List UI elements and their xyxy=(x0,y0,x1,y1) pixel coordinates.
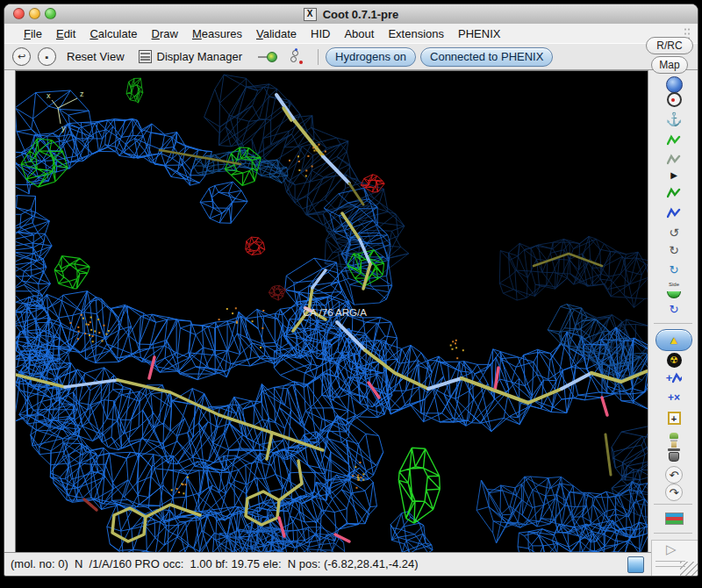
redo-icon[interactable]: ↷ xyxy=(648,484,698,501)
menu-extensions[interactable]: Extensions xyxy=(381,25,451,42)
back-icon[interactable]: ↩ xyxy=(12,47,31,66)
modelling-toolbar: ⚓▶↺↻↻Side↻▲☢++×+↶↷ xyxy=(648,70,698,552)
menu-bar: FileEditCalculateDrawMeasuresValidateHID… xyxy=(4,24,698,43)
menu-edit[interactable]: Edit xyxy=(49,25,82,42)
play-small-icon[interactable]: ▶ xyxy=(648,171,698,180)
add-atom-icon[interactable]: + xyxy=(648,412,698,425)
reset-view-button[interactable]: Reset View xyxy=(67,50,125,63)
svg-text:z: z xyxy=(80,90,84,98)
target-icon[interactable]: ▪ xyxy=(38,47,56,66)
side-chain-flip-icon[interactable]: Side xyxy=(648,283,698,298)
flag-icon[interactable] xyxy=(648,513,698,525)
undo-icon[interactable]: ↶ xyxy=(648,466,698,484)
jed-flip-icon[interactable]: ↻ xyxy=(648,304,698,315)
phenix-connection-button[interactable]: Connected to PHENIX xyxy=(420,47,553,67)
svg-text:y: y xyxy=(61,124,66,133)
toolbar-separator xyxy=(318,49,319,65)
auto-fit-rotamer-icon[interactable] xyxy=(648,187,698,199)
main-toolbar: ↩ ▪ Reset View Display Manager Hydrogens… xyxy=(4,43,698,70)
rotamers-icon[interactable]: ↺ xyxy=(648,226,698,239)
menu-draw[interactable]: Draw xyxy=(145,25,185,42)
gl-canvas[interactable]: xzyCA /76 ARG/A xyxy=(15,70,648,553)
play-button[interactable]: ▷ xyxy=(666,541,677,557)
x11-icon: X xyxy=(304,8,317,21)
brush-icon[interactable] xyxy=(648,433,698,448)
anchor-icon[interactable]: ⚓ xyxy=(648,112,698,125)
menu-file[interactable]: File xyxy=(17,25,49,42)
menu-phenix[interactable]: PHENIX xyxy=(451,25,507,42)
chi-angles-icon[interactable]: ↻ xyxy=(648,244,698,256)
svg-text:x: x xyxy=(47,91,51,100)
status-bar: (mol. no: 0) N /1/A/160 PRO occ: 1.00 bf… xyxy=(4,552,698,577)
rrc-button[interactable]: R/RC xyxy=(646,37,693,54)
menu-validate[interactable]: Validate xyxy=(249,25,304,42)
menu-calculate[interactable]: Calculate xyxy=(82,25,144,42)
status-text: (mol. no: 0) N /1/A/160 PRO occ: 1.00 bf… xyxy=(11,557,419,570)
regularize-zone-icon[interactable] xyxy=(648,154,698,166)
torsion-general-icon[interactable]: ↻ xyxy=(648,264,698,276)
coot-window: X Coot 0.7.1-pre FileEditCalculateDrawMe… xyxy=(4,4,698,577)
sphere-icon[interactable] xyxy=(648,76,698,93)
title-bar[interactable]: X Coot 0.7.1-pre xyxy=(4,4,698,25)
svg-text:CA /76 ARG/A: CA /76 ARG/A xyxy=(303,307,367,318)
menu-measures[interactable]: Measures xyxy=(185,25,249,42)
display-manager-button[interactable]: Display Manager xyxy=(157,50,243,63)
key-icon[interactable] xyxy=(258,52,277,62)
strip-separator xyxy=(654,533,692,534)
corner-box: ▷ xyxy=(651,540,698,577)
display-manager-icon[interactable] xyxy=(139,50,152,63)
menu-hid[interactable]: HID xyxy=(304,25,337,42)
molecule-icon[interactable] xyxy=(290,49,304,65)
add-alt-conf-icon[interactable]: +× xyxy=(648,391,698,404)
window-title: Coot 0.7.1-pre xyxy=(323,8,399,21)
strip-separator xyxy=(654,504,692,505)
rigid-body-fit-icon[interactable] xyxy=(648,207,698,219)
menu-about[interactable]: About xyxy=(337,25,381,42)
refine-zone-icon[interactable] xyxy=(648,134,698,147)
add-terminal-residue-icon[interactable]: + xyxy=(648,371,698,384)
resize-grip[interactable] xyxy=(680,562,698,576)
map-button[interactable]: Map xyxy=(651,56,688,74)
trash-icon[interactable] xyxy=(648,448,698,462)
accept-reject-button[interactable]: ▲ xyxy=(648,329,698,351)
strip-separator xyxy=(654,323,692,324)
radiation-icon[interactable]: ☢ xyxy=(648,353,698,368)
hydrogens-toggle-button[interactable]: Hydrogens on xyxy=(326,47,416,67)
recentre-icon[interactable] xyxy=(648,92,698,107)
status-thumb-icon[interactable] xyxy=(627,556,644,573)
